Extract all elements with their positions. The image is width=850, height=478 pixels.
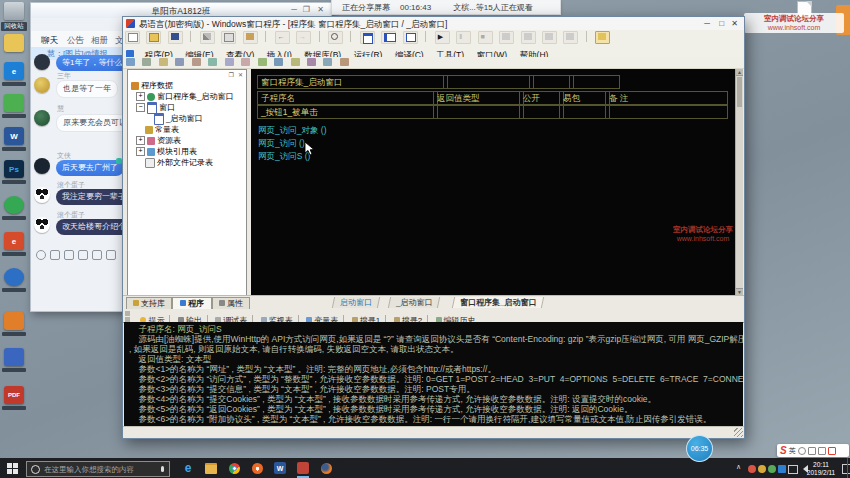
paste-button[interactable] [243,31,258,44]
search-input[interactable] [44,465,156,474]
desktop-photoshop-icon[interactable]: Ps [4,160,24,178]
tray-app-gold-icon[interactable] [758,465,766,473]
avatar[interactable] [34,158,50,174]
ime-toolbar[interactable]: S 英 [777,444,849,457]
copy-button[interactable] [221,31,236,44]
tree-item-resources[interactable]: + 资源表 [128,135,246,146]
code-line[interactable]: 网页_访问_对象 () [258,125,326,137]
ime-clipboard-icon[interactable] [818,447,826,455]
folder-icon[interactable] [78,250,88,260]
redo-button[interactable]: → [296,31,311,44]
collapse-icon[interactable]: − [136,103,145,112]
desktop-app-round-icon[interactable] [4,196,24,214]
scissors-icon[interactable] [64,250,74,260]
undo-button[interactable]: ← [275,31,290,44]
breakpoint-button[interactable] [542,31,557,44]
avatar[interactable] [34,217,50,233]
recycle-bin-icon[interactable] [4,2,24,20]
layout-2-button[interactable] [381,31,396,44]
tray-app-red-icon[interactable] [748,465,756,473]
avatar[interactable] [34,110,50,126]
taskbar-edge-icon[interactable]: e [181,461,195,475]
component-icon[interactable] [159,58,168,66]
share-viewers[interactable]: 文槟...等15人正在观看 [453,2,533,13]
component-icon[interactable] [225,58,234,66]
component-icon[interactable] [126,58,135,66]
component-icon[interactable] [323,58,332,66]
timer-badge[interactable]: 06:35 [686,435,713,462]
ide-maximize-button[interactable]: □ [719,19,724,28]
desktop-pdf-icon[interactable]: PDF [4,386,24,404]
tree-item-window[interactable]: − 窗口 [128,102,246,113]
ime-punct-icon[interactable] [798,447,806,455]
component-icon[interactable] [192,58,201,66]
run-button[interactable]: ▶ [435,31,450,44]
mic-icon[interactable] [161,466,164,472]
component-icon[interactable] [258,58,267,66]
tree-item-modules[interactable]: + 模块引用表 [128,146,246,157]
ide-close-button[interactable]: ✕ [731,19,738,28]
component-icon[interactable] [340,58,349,66]
tree-item-root[interactable]: 程序数据 [128,80,246,91]
email-icon[interactable] [106,250,116,260]
desktop-browser-icon[interactable]: e [4,232,24,250]
save-button[interactable] [168,31,183,44]
tray-app-blue-icon[interactable] [778,465,786,473]
component-icon[interactable] [274,58,283,66]
component-icon[interactable] [241,58,250,66]
ime-settings-icon[interactable] [828,447,836,455]
network-icon[interactable] [788,465,798,474]
tree-item-constants[interactable]: 常量表 [128,124,246,135]
panel-dock-button[interactable] [125,311,130,316]
chat-tab-albums[interactable]: 相册 [91,35,108,47]
component-icon[interactable] [291,58,300,66]
desktop-app-green-icon[interactable] [4,94,24,112]
taskbar-explorer-icon[interactable] [204,461,218,475]
layout-3-button[interactable] [403,31,418,44]
component-icon[interactable] [208,58,217,66]
chat-close-button[interactable]: ✕ [317,6,324,14]
tree-item-winset[interactable]: + 窗口程序集_启动窗口 [128,91,246,102]
ime-mode-indicator[interactable]: 英 [789,446,796,456]
panel-float-button[interactable]: ❐ [229,71,234,78]
editor-tab-winset[interactable]: 窗口程序集_启动窗口 [452,297,545,308]
chat-minimize-button[interactable]: ─ [291,6,297,14]
expand-icon[interactable]: + [136,92,145,101]
step-in-button[interactable] [499,31,514,44]
desktop-word-icon[interactable]: W [4,127,24,145]
ime-mic-icon[interactable] [808,447,816,455]
desktop-app-blue-icon[interactable] [4,268,24,286]
code-line[interactable]: 网页_访问S () [258,151,310,163]
desktop-app-orange-icon[interactable] [4,312,24,330]
step-over-button[interactable] [521,31,536,44]
sogou-logo-icon[interactable]: S [780,445,787,456]
pause-button[interactable]: ‖ [456,31,471,44]
code-line[interactable]: 网页_访问 () [258,138,305,150]
panel-close-button[interactable]: ✕ [238,71,243,78]
taskbar-firefox-icon[interactable] [319,461,333,475]
home-button[interactable] [595,31,610,44]
tree-item-startwindow[interactable]: _启动窗口 [128,113,246,124]
tray-app-green-icon[interactable] [768,465,776,473]
editor-tab-startform[interactable]: 启动窗口 [332,297,380,308]
expand-icon[interactable]: + [136,147,145,156]
chat-maximize-button[interactable]: ❐ [303,6,310,14]
screenshot-icon[interactable] [50,250,60,260]
taskbar-pdf-icon[interactable] [296,461,310,475]
open-button[interactable] [146,31,161,44]
subroutine-name-cell[interactable]: _按钮1_被单击 [257,105,438,119]
start-button[interactable] [7,463,18,474]
find-button[interactable] [328,31,343,44]
component-icon[interactable] [142,58,151,66]
avatar[interactable] [34,54,50,70]
expand-icon[interactable]: + [136,136,145,145]
taskbar-app-orange-icon[interactable] [250,461,264,475]
ide-minimize-button[interactable]: ─ [704,19,710,28]
resize-grip[interactable] [734,428,743,437]
tray-expand-caret[interactable]: ∧ [736,463,741,471]
tree-item-extfiles[interactable]: 外部文件记录表 [128,157,246,168]
editor-tab-startform-code[interactable]: _启动窗口 [388,297,441,308]
component-icon[interactable] [307,58,316,66]
layout-1-button[interactable] [360,31,375,44]
avatar[interactable] [34,187,50,203]
